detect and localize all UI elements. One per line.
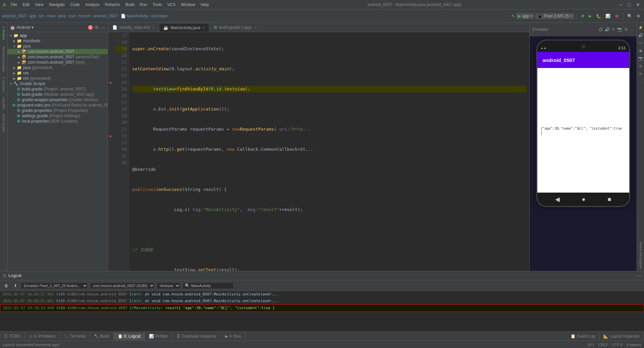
- menu-edit[interactable]: Edit: [20, 2, 32, 8]
- menu-navigate[interactable]: Navigate: [47, 2, 67, 8]
- tree-arrow: ▶: [12, 39, 17, 43]
- device-label[interactable]: Pixel 2 API 25: [544, 14, 569, 18]
- emulator-settings-icon[interactable]: ⚙: [624, 27, 628, 32]
- tree-item-build-gradle-mod[interactable]: ⚙ build.gradle (Module: android_0507.app…: [7, 92, 108, 97]
- emulator-power-icon[interactable]: ⏻: [599, 27, 603, 32]
- debug-button[interactable]: 🐛: [594, 13, 603, 19]
- logcat-filter-input[interactable]: [191, 284, 231, 288]
- run-config-label[interactable]: app: [522, 14, 529, 18]
- right-tool-7[interactable]: ⊖: [638, 70, 643, 77]
- right-tool-2[interactable]: 🔊: [638, 32, 644, 39]
- tab-close-build-gradle[interactable]: ✕: [254, 26, 257, 29]
- phone-home-button[interactable]: ●: [582, 196, 586, 203]
- menu-vcs[interactable]: VCS: [165, 2, 178, 8]
- tree-item-manifests[interactable]: ▶ 📁 manifests: [7, 38, 108, 44]
- menu-view[interactable]: View: [33, 2, 46, 8]
- phone-back-button[interactable]: ◀: [555, 196, 560, 203]
- tab-close-activity-main[interactable]: ✕: [152, 26, 155, 29]
- tab-activity-main[interactable]: 📄 activity_main.xml ✕: [108, 23, 159, 32]
- menu-build[interactable]: Build: [123, 2, 137, 8]
- tab-mainactivity[interactable]: ☕ MainActivity.java ✕: [159, 23, 209, 32]
- project-dropdown[interactable]: Android ▾: [16, 25, 34, 30]
- tree-item-app[interactable]: ▼ 📁 app: [7, 33, 108, 38]
- profile-button[interactable]: 📊: [604, 13, 612, 19]
- code-content[interactable]: super.onCreate(savedInstanceState); setC…: [129, 32, 529, 271]
- menu-run[interactable]: Run: [138, 2, 149, 8]
- tab-logcat[interactable]: 📋 6: Logcat: [114, 333, 145, 340]
- logcat-package-select[interactable]: com.hnucm.android_0507 (4180): [90, 282, 155, 289]
- tree-item-res-gen[interactable]: ▶ 📁 res (generated): [7, 76, 108, 81]
- tab-profiler[interactable]: 📊 Profiler: [145, 333, 172, 340]
- tree-item-package-main[interactable]: ▶ 📦 com.hnucm.android_0507: [7, 49, 108, 54]
- logcat-scroll-button[interactable]: ⬇: [12, 282, 19, 289]
- build-variants-button[interactable]: Build Variants: [1, 112, 6, 135]
- project-locate-icon[interactable]: 🎯: [88, 25, 93, 30]
- maximize-button[interactable]: □: [627, 2, 632, 7]
- menu-help[interactable]: Help: [199, 2, 211, 8]
- tree-item-settings-gradle[interactable]: ⚙ settings.gradle (Project Settings): [7, 113, 108, 119]
- emulator-more-icon[interactable]: …: [630, 27, 634, 32]
- right-tool-3[interactable]: ↩: [638, 40, 643, 47]
- emulator-camera-icon[interactable]: 📷: [617, 27, 622, 32]
- tree-item-java-gen[interactable]: ▶ 📁 java (generated): [7, 65, 108, 70]
- right-tool-8[interactable]: …: [638, 78, 643, 85]
- logcat-resize-icon[interactable]: —: [637, 273, 641, 278]
- device-file-explorer-label[interactable]: Device File Explorer: [638, 240, 643, 271]
- tree-item-res[interactable]: ▶ 📁 res: [7, 70, 108, 76]
- tab-todo[interactable]: ☰ TODO: [0, 333, 25, 340]
- tab-run[interactable]: ▶ 4: Run: [221, 333, 246, 340]
- code-editor[interactable]: ● ● 17 18 19 20: [108, 32, 529, 271]
- tree-item-proguard[interactable]: ⚙ proguard-rules.pro (ProGuard Rules for…: [7, 102, 108, 108]
- tree-item-package-test[interactable]: ▶ 📦 com.hnucm.android_0507 (androidTest): [7, 54, 108, 60]
- favorites-button[interactable]: Favorites: [1, 95, 6, 112]
- run-config-arrow[interactable]: ▾: [530, 14, 532, 18]
- stop-button[interactable]: ⏹: [613, 13, 621, 19]
- tab-problems[interactable]: ⚠ 6: Problems: [25, 333, 60, 340]
- project-gear-icon[interactable]: ⚙: [95, 25, 99, 30]
- logcat-device-select[interactable]: Emulator Pixel_2_API_25 Androi...: [21, 282, 88, 289]
- minimize-button[interactable]: ─: [618, 2, 624, 7]
- right-tool-1[interactable]: ⚡: [638, 24, 644, 31]
- tree-item-gradle-wrapper[interactable]: ⚙ gradle-wrapper.properties (Gradle Vers…: [7, 97, 108, 102]
- tree-item-gradle-scripts[interactable]: ▼ 🔧 Gradle Scripts: [7, 81, 108, 86]
- tree-item-gradle-props[interactable]: ⚙ gradle.properties (Project Properties): [7, 108, 108, 113]
- tree-item-java[interactable]: ▼ 📁 java: [7, 44, 108, 49]
- tab-layout-inspector[interactable]: 📐 Layout Inspector: [599, 333, 644, 340]
- resource-manager-button[interactable]: Resource Manager: [1, 45, 6, 74]
- device-arrow[interactable]: ▾: [570, 14, 572, 18]
- cursor-icon[interactable]: ↖: [512, 14, 515, 18]
- tree-item-build-gradle-proj[interactable]: ⚙ build.gradle (Project: android_0507): [7, 86, 108, 92]
- project-tool-button[interactable]: 1: Project: [1, 24, 6, 42]
- menu-window[interactable]: Window: [179, 2, 197, 8]
- menu-refactor[interactable]: Refactor: [103, 2, 122, 8]
- close-button[interactable]: ✕: [635, 2, 641, 7]
- settings-button[interactable]: ⚙: [635, 13, 642, 19]
- tab-build[interactable]: 🔨 Build: [90, 333, 114, 340]
- logcat-clear-button[interactable]: 🗑: [3, 282, 10, 289]
- tree-item-local-props[interactable]: ⚙ local.properties (SDK Location): [7, 119, 108, 124]
- logcat-menu-icon[interactable]: ☰: [3, 273, 6, 278]
- menu-code[interactable]: Code: [68, 2, 82, 8]
- logcat-level-select[interactable]: Verbose Debug Info Warn Error: [157, 282, 180, 289]
- emulator-volume-icon[interactable]: 🔊: [605, 27, 610, 32]
- rebuild-button[interactable]: ↺: [579, 13, 586, 19]
- tab-event-log[interactable]: 📋 Event Log: [567, 333, 599, 340]
- tab-terminal[interactable]: ⬛ Terminal: [60, 333, 90, 340]
- tab-build-gradle[interactable]: ⚙ build.gradle (:app) ✕: [209, 23, 261, 32]
- right-tool-5[interactable]: 📷: [638, 55, 644, 62]
- menu-file[interactable]: File: [9, 2, 19, 8]
- emulator-rotate-icon[interactable]: ↻: [612, 27, 615, 32]
- menu-tools[interactable]: Tools: [151, 2, 164, 8]
- tab-close-mainactivity[interactable]: ✕: [202, 26, 205, 29]
- project-collapse-icon[interactable]: —: [100, 25, 105, 30]
- phone-recents-button[interactable]: ■: [608, 196, 611, 203]
- menu-analyze[interactable]: Analyze: [83, 2, 102, 8]
- right-tool-4[interactable]: ◉: [638, 47, 643, 54]
- search-everywhere-button[interactable]: 🔍: [626, 13, 634, 19]
- tree-item-package-unittest[interactable]: ▶ 📦 com.hnucm.android_0507 (test): [7, 60, 108, 65]
- right-tool-6[interactable]: ⊕: [638, 63, 643, 70]
- structure-button[interactable]: 2: Structure: [1, 75, 6, 95]
- run-button[interactable]: ▶: [587, 13, 593, 19]
- tab-database-inspector[interactable]: 🗄 Database Inspector: [172, 333, 221, 340]
- logcat-content[interactable]: 2021-05-07 10:10:52.961 4180-4180/com.hn…: [0, 291, 644, 331]
